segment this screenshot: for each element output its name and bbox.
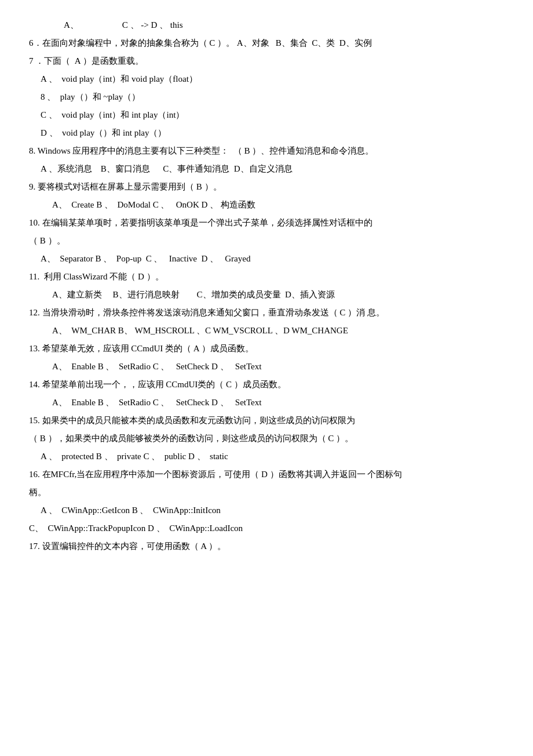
- line-l24: （ B ），如果类中的成员能够被类外的函数访问，则这些成员的访问权限为（ C ）…: [29, 431, 504, 446]
- line-l16: A、建立新类 B、进行消息映射 C、增加类的成员变量 D、插入资源: [52, 287, 504, 303]
- line-l3: 7 ．下面（ A ）是函数重载。: [29, 53, 504, 69]
- line-l28: A 、 CWinApp::GetIcon B 、 CWinApp::InitIc…: [41, 503, 504, 518]
- line-l22: A、 Enable B 、 SetRadio C 、 SetCheck D 、 …: [52, 395, 504, 410]
- line-l29: C、 CWinApp::TrackPopupIcon D 、 CWinApp::…: [29, 521, 504, 536]
- line-l12: 10. 在编辑某菜单项时，若要指明该菜单项是一个弹出式子菜单，必须选择属性对话框…: [29, 215, 504, 231]
- line-l5: 8 、 play（）和 ~play（）: [41, 89, 504, 105]
- line-l8: 8. Windows 应用程序中的消息主要有以下三种类型： （ B ）、控件通知…: [29, 143, 504, 159]
- line-l18: A、 WM_CHAR B、 WM_HSCROLL 、C WM_VSCROLL 、…: [52, 323, 504, 339]
- line-l4: A 、 void play（int）和 void play（float）: [41, 71, 504, 87]
- line-l14: A、 Separator B 、 Pop-up C 、 Inactive D 、…: [41, 251, 504, 267]
- line-l13: （ B ）。: [29, 233, 504, 249]
- line-l15: 11. 利用 ClassWizard 不能（ D ）。: [29, 269, 504, 285]
- line-l9: A 、系统消息 B、窗口消息 C、事件通知消息 D、自定义消息: [41, 161, 504, 177]
- line-l19: 13. 希望菜单无效，应该用 CCmdUI 类的（ A ）成员函数。: [29, 341, 504, 357]
- line-l7: D 、 void play（）和 int play（）: [41, 125, 504, 141]
- line-l27: 柄。: [29, 485, 504, 500]
- line-l25: A 、 protected B 、 private C 、 public D 、…: [41, 449, 504, 464]
- line-l1: A、 C 、 -> D 、 this: [64, 17, 504, 33]
- line-l26: 16. 在MFCfr,当在应用程序中添加一个图标资源后，可使用（ D ）函数将其…: [29, 467, 504, 482]
- line-l11: A、 Create B 、 DoModal C 、 OnOK D 、 构造函数: [52, 197, 504, 213]
- line-l23: 15. 如果类中的成员只能被本类的成员函数和友元函数访问，则这些成员的访问权限为: [29, 413, 504, 428]
- line-l30: 17. 设置编辑控件的文本内容，可使用函数（ A ）。: [29, 539, 504, 554]
- line-l17: 12. 当滑块滑动时，滑块条控件将发送滚动消息来通知父窗口，垂直滑动条发送（ C…: [29, 305, 504, 321]
- line-l21: 14. 希望菜单前出现一个，，应该用 CCmdUI类的（ C ）成员函数。: [29, 377, 504, 392]
- page-content: A、 C 、 -> D 、 this 6．在面向对象编程中，对象的抽象集合称为（…: [29, 17, 504, 554]
- line-l20: A、 Enable B 、 SetRadio C 、 SetCheck D 、 …: [52, 359, 504, 375]
- line-l6: C 、 void play（int）和 int play（int）: [41, 107, 504, 123]
- line-l10: 9. 要将模式对话框在屏幕上显示需要用到（ B ）。: [29, 179, 504, 195]
- line-l2: 6．在面向对象编程中，对象的抽象集合称为（ C ）。 A、对象 B、集合 C、类…: [29, 35, 504, 51]
